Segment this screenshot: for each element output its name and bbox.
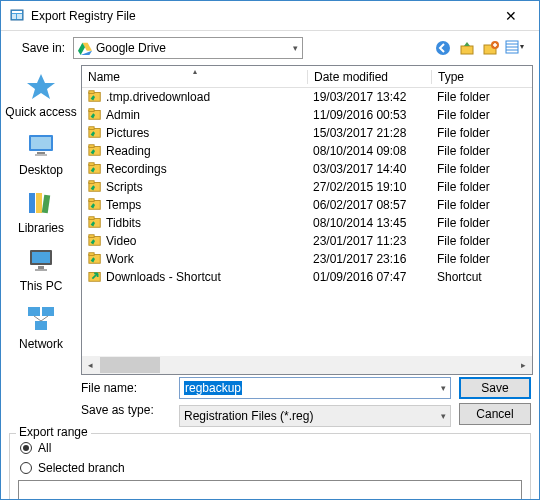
file-row[interactable]: Admin11/09/2016 00:53File folder [82,106,532,124]
radio-selected-label: Selected branch [38,461,125,475]
svg-point-7 [436,41,450,55]
up-button[interactable] [457,38,477,58]
sidebar-item-libraries[interactable]: Libraries [18,187,64,235]
saveastype-value: Registration Files (*.reg) [184,409,313,423]
svg-rect-25 [38,266,44,269]
folder-icon [88,251,102,268]
file-row[interactable]: Work23/01/2017 23:16File folder [82,250,532,268]
svg-line-31 [41,316,48,321]
save-button[interactable]: Save [459,377,531,399]
scrollbar-thumb[interactable] [100,357,160,373]
file-type: File folder [431,144,511,158]
svg-rect-17 [31,137,51,149]
column-header-date[interactable]: Date modified [307,70,431,84]
svg-rect-24 [32,252,50,263]
this-pc-icon [25,245,57,277]
radio-all[interactable]: All [20,438,522,458]
file-name: Pictures [106,126,149,140]
chevron-down-icon: ▾ [441,411,446,421]
file-row[interactable]: .tmp.drivedownload19/03/2017 13:42File f… [82,88,532,106]
file-type: File folder [431,198,511,212]
sort-ascending-icon: ▴ [193,67,197,76]
svg-rect-3 [17,14,22,19]
file-row[interactable]: Tidbits08/10/2014 13:45File folder [82,214,532,232]
file-row[interactable]: Video23/01/2017 11:23File folder [82,232,532,250]
filename-input[interactable]: regbackup ▾ [179,377,451,399]
sidebar-item-this-pc[interactable]: This PC [20,245,63,293]
save-in-value: Google Drive [96,41,166,55]
svg-rect-29 [35,321,47,330]
libraries-icon [25,187,57,219]
file-date: 06/02/2017 08:57 [307,198,431,212]
branch-path-input[interactable] [18,480,522,500]
file-type: File folder [431,90,511,104]
export-range-group: Export range All Selected branch [9,433,531,500]
svg-rect-22 [42,195,50,214]
sidebar-item-quick-access[interactable]: Quick access [5,71,76,119]
scroll-right-button[interactable]: ▸ [515,357,532,373]
places-sidebar: Quick access Desktop Libraries This PC N… [1,65,81,375]
horizontal-scrollbar[interactable]: ◂ ▸ [82,356,532,374]
view-menu-button[interactable] [505,38,525,58]
file-row[interactable]: Scripts27/02/2015 19:10File folder [82,178,532,196]
google-drive-icon [78,41,92,55]
file-date: 08/10/2014 13:45 [307,216,431,230]
svg-rect-49 [89,234,94,237]
saveastype-label: Save as type: [81,403,171,417]
cancel-button[interactable]: Cancel [459,403,531,425]
file-row[interactable]: Reading08/10/2014 09:08File folder [82,142,532,160]
file-row[interactable]: Pictures15/03/2017 21:28File folder [82,124,532,142]
back-button[interactable] [433,38,453,58]
file-name: Tidbits [106,216,141,230]
file-name: Temps [106,198,141,212]
file-row[interactable]: Downloads - Shortcut01/09/2016 07:47Shor… [82,268,532,286]
chevron-down-icon: ▾ [441,383,446,393]
radio-all-label: All [38,441,51,455]
svg-marker-15 [27,74,55,99]
file-name: Video [106,234,136,248]
app-icon [9,8,25,24]
file-type: File folder [431,162,511,176]
folder-icon [88,269,102,286]
svg-rect-28 [42,307,54,316]
svg-rect-26 [35,269,47,271]
column-header-type[interactable]: Type [431,70,511,84]
sidebar-item-desktop[interactable]: Desktop [19,129,63,177]
folder-icon [88,233,102,250]
saveastype-combo[interactable]: Registration Files (*.reg) ▾ [179,405,451,427]
file-date: 01/09/2016 07:47 [307,270,431,284]
folder-icon [88,143,102,160]
file-date: 23/01/2017 11:23 [307,234,431,248]
file-date: 11/09/2016 00:53 [307,108,431,122]
svg-rect-19 [35,154,47,156]
svg-rect-8 [461,46,473,54]
radio-selected-branch[interactable]: Selected branch [20,458,522,478]
scroll-left-button[interactable]: ◂ [82,357,99,373]
svg-rect-1 [12,11,22,13]
save-in-row: Save in: Google Drive ▾ [1,31,539,65]
file-type: File folder [431,126,511,140]
close-button[interactable]: ✕ [491,8,531,24]
file-type: File folder [431,252,511,266]
file-date: 08/10/2014 09:08 [307,144,431,158]
file-name: Admin [106,108,140,122]
file-date: 03/03/2017 14:40 [307,162,431,176]
svg-line-30 [34,316,41,321]
folder-icon [88,89,102,106]
save-in-combo[interactable]: Google Drive ▾ [73,37,303,59]
file-row[interactable]: Temps06/02/2017 08:57File folder [82,196,532,214]
svg-rect-27 [28,307,40,316]
file-row[interactable]: Recordings03/03/2017 14:40File folder [82,160,532,178]
network-icon [25,303,57,335]
file-type: Shortcut [431,270,511,284]
column-header-name[interactable]: ▴Name [82,70,307,84]
file-list[interactable]: .tmp.drivedownload19/03/2017 13:42File f… [82,88,532,356]
svg-rect-47 [89,216,94,219]
quick-access-icon [25,71,57,103]
new-folder-button[interactable] [481,38,501,58]
radio-all-dot [20,442,32,454]
file-type: File folder [431,234,511,248]
svg-rect-43 [89,180,94,183]
sidebar-item-network[interactable]: Network [19,303,63,351]
folder-icon [88,125,102,142]
